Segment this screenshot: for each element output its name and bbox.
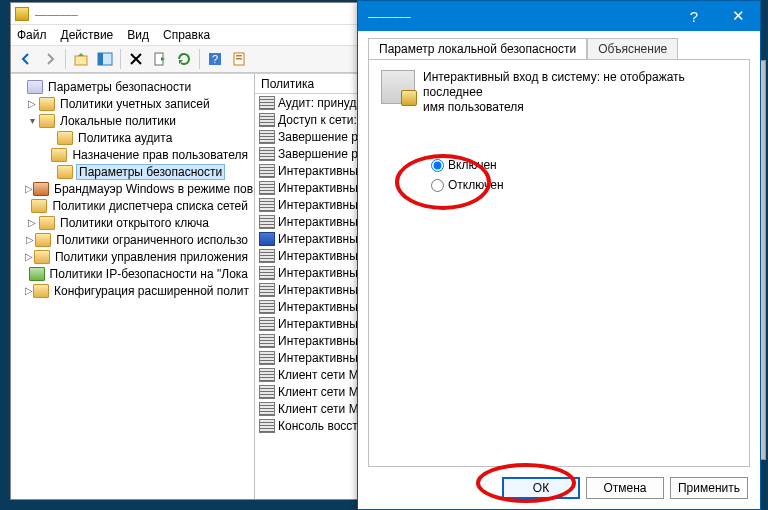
policy-item-icon [259, 317, 275, 331]
ok-button[interactable]: ОК [502, 477, 580, 499]
policy-item-icon [259, 198, 275, 212]
policy-item-icon [259, 113, 275, 127]
list-row-label: Консоль восста [278, 419, 364, 433]
list-row-label: Интерактивный [278, 181, 365, 195]
policy-item-icon [259, 215, 275, 229]
list-row-label: Завершение ра [278, 147, 365, 161]
svg-text:?: ? [212, 53, 218, 65]
tree-node[interactable]: Назначение прав пользователя [11, 146, 254, 163]
app-title: ––––––– [35, 8, 78, 20]
dialog-title: ––––––– [368, 10, 411, 22]
dialog-tabs: Параметр локальной безопасности Объяснен… [368, 37, 750, 59]
policy-item-icon [259, 300, 275, 314]
radio-enabled[interactable]: Включен [431, 155, 737, 175]
list-row-label: Клиент сети Mi [278, 385, 361, 399]
back-button[interactable] [15, 48, 37, 70]
folder-icon [31, 199, 47, 213]
list-row-label: Интерактивный [278, 317, 365, 331]
dialog-help-button[interactable]: ? [672, 1, 716, 31]
list-row-label: Доступ к сети: р [278, 113, 367, 127]
policy-item-icon [259, 266, 275, 280]
policy-item-icon [259, 368, 275, 382]
list-row-label: Интерактивный [278, 334, 365, 348]
list-row-label: Интерактивный [278, 266, 365, 280]
list-row-label: Завершение ра [278, 130, 365, 144]
list-row-label: Интерактивный [278, 232, 365, 246]
svg-rect-7 [236, 55, 242, 57]
folder-icon [57, 131, 73, 145]
menu-view[interactable]: Вид [127, 28, 149, 42]
tree-pane[interactable]: Параметры безопасности ▷Политики учетных… [11, 74, 255, 499]
tab-explanation[interactable]: Объяснение [587, 38, 678, 60]
policy-item-icon [259, 385, 275, 399]
firewall-icon [33, 182, 49, 196]
delete-button[interactable] [125, 48, 147, 70]
list-row-label: Интерактивный [278, 249, 365, 263]
policy-item-icon [259, 147, 275, 161]
apply-button[interactable]: Применить [670, 477, 748, 499]
folder-icon [34, 250, 50, 264]
policy-item-icon [259, 232, 275, 246]
list-row-label: Аудит: принуди [278, 96, 363, 110]
folder-icon [39, 114, 55, 128]
policy-item-icon [259, 96, 275, 110]
tab-local-security[interactable]: Параметр локальной безопасности [368, 38, 587, 60]
forward-button[interactable] [39, 48, 61, 70]
dialog-close-button[interactable]: ✕ [716, 1, 760, 31]
refresh-button[interactable] [173, 48, 195, 70]
folder-icon [51, 148, 67, 162]
policy-item-icon [259, 130, 275, 144]
list-row-label: Интерактивный [278, 198, 365, 212]
properties-dialog: ––––––– ? ✕ Параметр локальной безопасно… [357, 0, 761, 510]
list-row-label: Интерактивный [278, 300, 365, 314]
svg-rect-2 [98, 53, 103, 65]
svg-rect-8 [236, 58, 242, 60]
tree-node[interactable]: Политика аудита [11, 129, 254, 146]
folder-icon [57, 165, 73, 179]
tree-root-node[interactable]: Параметры безопасности [11, 78, 254, 95]
list-row-label: Клиент сети Mi [278, 402, 361, 416]
list-row-label: Интерактивный [278, 215, 365, 229]
folder-icon [33, 284, 49, 298]
tree-node[interactable]: ▷Политики открытого ключа [11, 214, 254, 231]
export-button[interactable] [149, 48, 171, 70]
policy-item-icon [259, 181, 275, 195]
tree-node[interactable]: ▷Политики управления приложения [11, 248, 254, 265]
tree-node[interactable]: Политики диспетчера списка сетей [11, 197, 254, 214]
tree-node[interactable]: ▷Конфигурация расширенной полит [11, 282, 254, 299]
up-button[interactable] [70, 48, 92, 70]
radio-disabled-input[interactable] [431, 179, 444, 192]
policy-item-icon [259, 351, 275, 365]
dialog-titlebar: ––––––– ? ✕ [358, 1, 760, 31]
folder-icon [39, 97, 55, 111]
tab-panel: Интерактивный вход в систему: не отображ… [368, 59, 750, 467]
policy-item-icon [259, 402, 275, 416]
policy-icon [381, 70, 415, 104]
tree-node[interactable]: ▷Политики ограниченного использо [11, 231, 254, 248]
list-row-label: Интерактивный [278, 351, 365, 365]
policy-item-icon [259, 249, 275, 263]
help-button[interactable]: ? [204, 48, 226, 70]
cancel-button[interactable]: Отмена [586, 477, 664, 499]
tree-node[interactable]: Политики IP-безопасности на "Лока [11, 265, 254, 282]
menu-file[interactable]: Файл [17, 28, 47, 42]
shield-icon [27, 80, 43, 94]
dialog-button-row: ОК Отмена Применить [358, 467, 760, 509]
show-hide-tree-button[interactable] [94, 48, 116, 70]
radio-disabled[interactable]: Отключен [431, 175, 737, 195]
policy-item-icon [259, 419, 275, 433]
tree-node-selected[interactable]: Параметры безопасности [11, 163, 254, 180]
properties-button[interactable] [228, 48, 250, 70]
tree-node[interactable]: ▷Брандмауэр Windows в режиме пов [11, 180, 254, 197]
list-row-label: Интерактивный [278, 164, 365, 178]
menu-help[interactable]: Справка [163, 28, 210, 42]
policy-description: Интерактивный вход в систему: не отображ… [423, 70, 737, 115]
tree-node[interactable]: ▷Политики учетных записей [11, 95, 254, 112]
app-icon [15, 7, 29, 21]
folder-icon [39, 216, 55, 230]
tree-node[interactable]: ▾Локальные политики [11, 112, 254, 129]
menu-action[interactable]: Действие [61, 28, 114, 42]
folder-icon [35, 233, 51, 247]
radio-enabled-input[interactable] [431, 159, 444, 172]
policy-item-icon [259, 283, 275, 297]
